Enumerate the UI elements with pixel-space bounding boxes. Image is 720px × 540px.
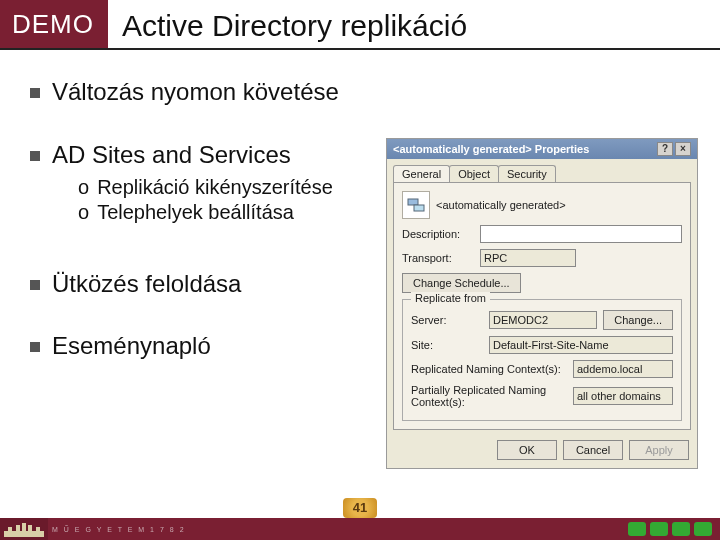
slide-header: DEMO Active Directory replikáció xyxy=(0,0,720,50)
footer-text: M Ű E G Y E T E M 1 7 8 2 xyxy=(48,526,628,533)
dialog-button-row: OK Cancel Apply xyxy=(387,434,697,468)
footer-badge-icon xyxy=(628,522,646,536)
server-value: DEMODC2 xyxy=(489,311,597,329)
description-input[interactable] xyxy=(480,225,682,243)
svg-rect-4 xyxy=(16,525,20,531)
slide-footer: M Ű E G Y E T E M 1 7 8 2 xyxy=(0,518,720,540)
sub-bullet-2-1: o Replikáció kikényszerítése xyxy=(52,176,333,199)
transport-label: Transport: xyxy=(402,252,474,264)
apply-button[interactable]: Apply xyxy=(629,440,689,460)
bullet-4-text: Eseménynapló xyxy=(52,332,211,361)
dialog-title-text: <automatically generated> Properties xyxy=(393,143,589,155)
rnc-label: Replicated Naming Context(s): xyxy=(411,363,567,375)
transport-value[interactable]: RPC xyxy=(480,249,576,267)
svg-rect-7 xyxy=(36,527,40,531)
footer-badge-icon xyxy=(672,522,690,536)
ok-button[interactable]: OK xyxy=(497,440,557,460)
dialog-tabs: General Object Security xyxy=(387,159,697,182)
svg-rect-1 xyxy=(414,205,424,211)
change-server-button[interactable]: Change... xyxy=(603,310,673,330)
replicate-from-label: Replicate from xyxy=(411,292,490,304)
sub-bullet-2-2-text: Telephelyek beállítása xyxy=(97,201,294,224)
university-logo-icon xyxy=(0,518,48,540)
bullet-square-icon xyxy=(30,342,40,352)
prnc-label: Partially Replicated Naming Context(s): xyxy=(411,384,567,408)
bullet-square-icon xyxy=(30,88,40,98)
demo-badge: DEMO xyxy=(0,0,108,48)
footer-icons xyxy=(628,522,720,536)
sub-bullet-2-1-text: Replikáció kikényszerítése xyxy=(97,176,333,199)
bullet-1: Változás nyomon követése xyxy=(30,78,720,107)
svg-rect-0 xyxy=(408,199,418,205)
prnc-value: all other domains xyxy=(573,387,673,405)
page-number: 41 xyxy=(343,498,377,518)
tab-object[interactable]: Object xyxy=(449,165,499,182)
svg-rect-3 xyxy=(8,527,12,531)
bullet-3-text: Ütközés feloldása xyxy=(52,270,241,299)
server-label: Server: xyxy=(411,314,483,326)
footer-badge-icon xyxy=(694,522,712,536)
dialog-titlebar[interactable]: <automatically generated> Properties ? × xyxy=(387,139,697,159)
replicate-from-group: Replicate from Server: DEMODC2 Change...… xyxy=(402,299,682,421)
description-label: Description: xyxy=(402,228,474,240)
bullet-square-icon xyxy=(30,151,40,161)
bullet-2-text: AD Sites and Services xyxy=(52,141,333,170)
svg-rect-6 xyxy=(28,525,32,531)
cancel-button[interactable]: Cancel xyxy=(563,440,623,460)
svg-rect-5 xyxy=(22,523,26,531)
sub-bullet-marker: o xyxy=(78,201,89,224)
site-label: Site: xyxy=(411,339,483,351)
site-value: Default-First-Site-Name xyxy=(489,336,673,354)
sub-bullet-marker: o xyxy=(78,176,89,199)
help-button[interactable]: ? xyxy=(657,142,673,156)
tab-general[interactable]: General xyxy=(393,165,450,182)
close-button[interactable]: × xyxy=(675,142,691,156)
footer-badge-icon xyxy=(650,522,668,536)
bullet-square-icon xyxy=(30,280,40,290)
connection-icon xyxy=(402,191,430,219)
change-schedule-button[interactable]: Change Schedule... xyxy=(402,273,521,293)
sub-bullet-2-2: o Telephelyek beállítása xyxy=(52,201,333,224)
bullet-1-text: Változás nyomon követése xyxy=(52,78,339,107)
svg-rect-2 xyxy=(4,531,44,537)
dialog-heading: <automatically generated> xyxy=(436,199,566,211)
slide-title: Active Directory replikáció xyxy=(108,0,467,48)
rnc-value: addemo.local xyxy=(573,360,673,378)
properties-dialog: <automatically generated> Properties ? ×… xyxy=(386,138,698,469)
tab-general-pane: <automatically generated> Description: T… xyxy=(393,182,691,430)
tab-security[interactable]: Security xyxy=(498,165,556,182)
